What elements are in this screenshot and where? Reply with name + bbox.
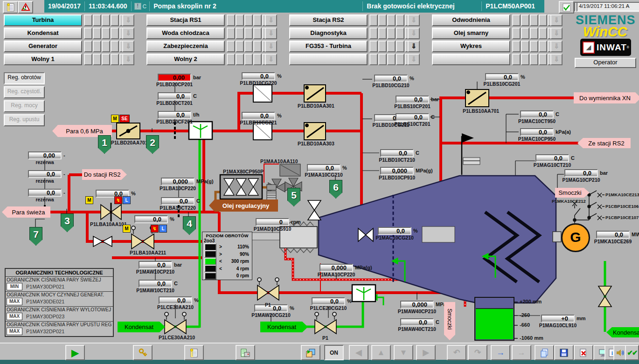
display-P1MAG10CL910: +0mmP1MAG10CL910	[541, 315, 575, 323]
level-scale-mark: -1060 mm	[520, 335, 543, 341]
flow-label-para-swieza: Para świeża	[2, 206, 50, 218]
flag-marker	[462, 133, 480, 175]
generator-symbol[interactable]: G	[561, 223, 590, 252]
double-check-icon: ✔✔	[627, 349, 637, 357]
display-P1LBS10CT201: 0,0CP1LBS10CT201	[396, 113, 429, 121]
printer-icon	[240, 348, 250, 357]
limiter-row: OGRANICZNIK CIŚNIENIA PARY UPUSTU REG MA…	[6, 322, 113, 336]
valve-label: P1MAA10AA110	[260, 158, 298, 164]
display-P1MAG10CP210: 0,0barP1MAG10CP210	[564, 169, 598, 177]
report-button[interactable]	[184, 345, 204, 360]
flow-label-do-stacji-rs2: Do stacji RS2	[82, 169, 127, 180]
undo-icon: ↶	[453, 348, 460, 357]
level-scale-mark: -660	[520, 322, 530, 328]
flow-label-kondensat-3: Kondensat	[606, 327, 639, 337]
files-icon	[540, 348, 549, 357]
flow-label-ze-stacji-rs2: Ze stacji RS2	[577, 138, 631, 148]
arrow-left-icon: ◀	[355, 348, 361, 357]
rpm-level-legend: POZIOM OBROTÓW 2oo3 >110% >90% <300 rpm …	[202, 232, 252, 280]
nav-up-button[interactable]: ▲	[371, 345, 391, 360]
flow-label-smoczki: Smoczki	[555, 188, 590, 198]
breaker-label: P1CBP10CE106	[605, 204, 639, 209]
display-P1LCE20CG210: 0,0%P1LCE20CG210	[312, 297, 345, 305]
play-icon: ▶	[71, 347, 78, 358]
display-P1LBD20CP201: 0,00barP1LBD20CP201	[158, 74, 191, 82]
arrow-down-icon: ▼	[400, 348, 408, 357]
valve-label: P1LBD10AA303	[298, 141, 334, 146]
display-P1MAW10CT210: 0,0CP1MAW10CT210	[139, 280, 172, 288]
se-badge: SE	[119, 115, 130, 123]
display-P1MAG10CT210: 0,0CP1MAG10CT210	[535, 154, 569, 162]
legend-title: POZIOM OBROTÓW	[202, 232, 252, 238]
oil-pump-unit[interactable]	[220, 175, 262, 199]
svg-text:i: i	[611, 350, 613, 357]
display-P1MAC10CT950: 0,0CP1MAC10CT950	[520, 110, 554, 118]
speaker-icon	[616, 349, 624, 357]
forward-button[interactable]: →	[512, 345, 531, 360]
manual-badge: M	[123, 225, 131, 233]
power-fault-badge: ↯	[114, 196, 122, 204]
manual-badge: M	[111, 115, 119, 123]
jump-forward-button[interactable]: →	[491, 345, 510, 360]
display-P1MAA10CG210: 0,0%P1MAA10CG210	[307, 164, 340, 172]
copy-files-button[interactable]	[535, 345, 554, 360]
display-P1MAW20CG210: 0,0%P1MAW20CG210	[254, 304, 288, 312]
max-badge: MAX	[7, 298, 22, 305]
display-rezerwa-3: 0,0-rezerwa	[28, 189, 62, 197]
valve-label: P1LBA10AA101	[90, 221, 127, 227]
legend-logic: 2oo3	[202, 238, 252, 243]
max-badge: MAX	[7, 313, 22, 320]
display-valve-position-AA211: 0,0%	[134, 215, 168, 223]
confirm-button[interactable]: ✔✔	[625, 345, 639, 360]
login-button[interactable]	[133, 345, 153, 360]
save-button[interactable]	[554, 345, 574, 360]
valve-label: P1	[265, 302, 271, 308]
feeder-label: P1MKA10CE212	[552, 199, 586, 204]
limiter-row: OGRANICZNIK CIŚNIENIA PARY WYLOTOWEJ MAX…	[6, 307, 113, 322]
display-rezerwa-2: 0,0-rezerwa	[28, 170, 62, 178]
valve-label: P1LBS10AA701	[463, 108, 499, 114]
pump-label: P1MAX80CP950P	[223, 169, 264, 174]
document-x-icon	[579, 348, 588, 357]
runtime-start-button[interactable]: ▶	[65, 345, 85, 360]
flow-label-do-wymiennika-xn: Do wymiennika XN	[574, 92, 639, 103]
valve-label: P1LBA10AA211	[130, 250, 166, 255]
print-button[interactable]	[236, 345, 255, 360]
led-indicator-active	[204, 258, 216, 265]
turbine-body	[319, 176, 556, 303]
delete-document-button[interactable]	[574, 345, 593, 360]
min-badge: MIN	[7, 283, 22, 290]
led-indicator	[204, 272, 216, 280]
limiters-title: OGRANICZNIKI TECHNOLOGICZNE	[6, 269, 113, 277]
display-P1LCE30AA210: 0,0%P1LCE30AA210	[159, 296, 192, 304]
local-badge: L	[159, 225, 167, 233]
switch-picture-icon	[306, 348, 316, 357]
display-P1LBD10CT210: 0,0CP1LBD10CT210	[380, 149, 414, 157]
display-P1LBS10CG201: 0,0%P1LBS10CG201	[485, 73, 519, 81]
technological-limiters-table: OGRANICZNIKI TECHNOLOGICZNE OGRANICZNIK …	[5, 268, 114, 337]
on-button[interactable]: ON	[324, 345, 344, 360]
breaker-label: P1CBP10CE107	[605, 215, 639, 220]
local-badge: L	[123, 196, 131, 204]
display-P1LBD10CP910: 0,000MPa(g)P1LBD10CP910	[380, 167, 414, 175]
nav-down-button[interactable]: ▼	[394, 345, 413, 360]
undo-button[interactable]: ↶	[447, 345, 466, 360]
nav-right-button[interactable]: ▶	[416, 345, 436, 360]
audio-button[interactable]	[613, 345, 626, 360]
flow-label-kondensat-1: Kondensat	[118, 322, 165, 332]
led-indicator	[204, 265, 216, 272]
level-scale-mark: +200 mm	[520, 299, 542, 304]
display-P1MAD10CS910: 0rpmP1MAD10CS910	[256, 218, 289, 226]
window-switch-button[interactable]	[301, 345, 320, 360]
level-scale-mark: -260	[520, 312, 530, 318]
condenser	[475, 297, 518, 340]
redo-button[interactable]: ↷	[468, 345, 487, 360]
power-fault-badge: ↯	[151, 225, 159, 233]
forward-arrow-icon: →	[518, 348, 526, 357]
limiter-row: OGRANICZNIK MOCY CZYNNEJ GENERAT. MAXP1M…	[6, 292, 113, 307]
bottom-toolbar: ▶ ON ◀ ▲ ▼ ▶ ↶ ↷ → →	[0, 343, 639, 360]
arrow-right-icon: ▶	[423, 348, 429, 357]
display-P1MAW40CT210: 0,0CP1MAW40CT210	[400, 318, 434, 326]
display-P1MAC10CG210: 0,0%P1MAC10CG210	[378, 227, 411, 235]
nav-left-button[interactable]: ◀	[349, 345, 368, 360]
